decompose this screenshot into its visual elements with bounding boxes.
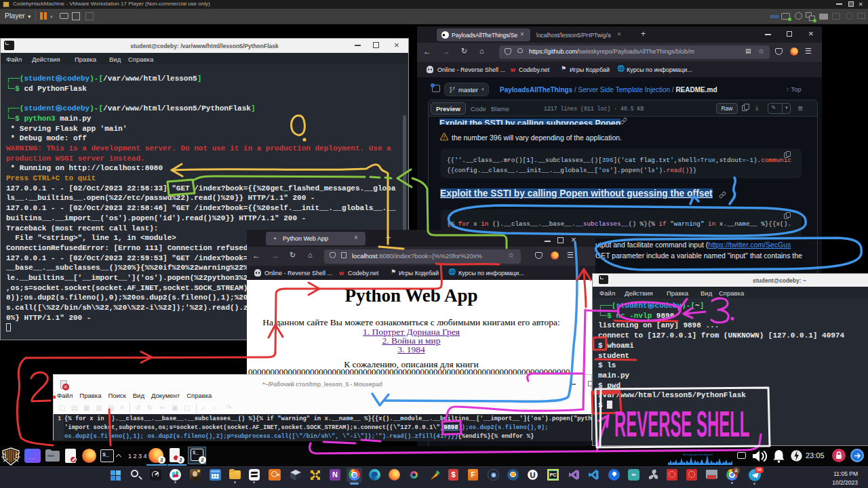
svg-text:deriving spectral denoise: deriving spectral denoise: [683, 453, 713, 456]
